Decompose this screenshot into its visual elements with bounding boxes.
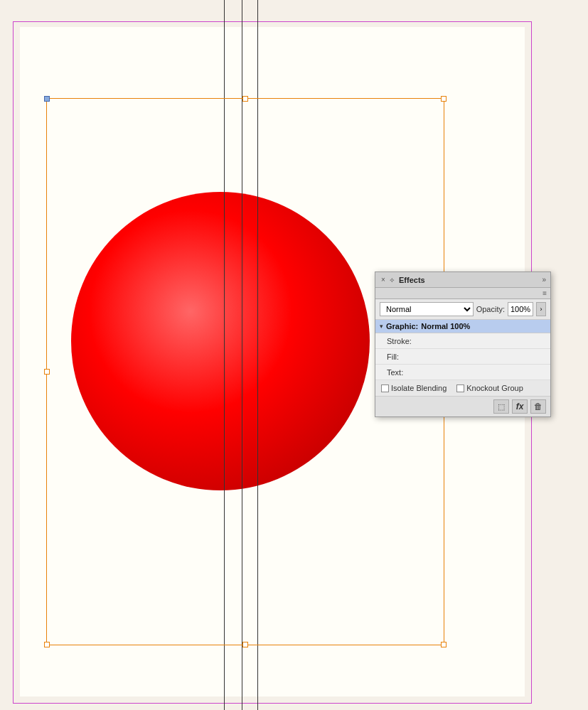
isolate-blending-checkbox[interactable] bbox=[381, 384, 389, 392]
knockout-group-checkbox[interactable] bbox=[456, 384, 464, 392]
effects-panel: × ⟡ Effects » ≡ Normal Multiply Screen O… bbox=[375, 271, 551, 417]
isolate-blending-checkbox-item[interactable]: Isolate Blending bbox=[381, 384, 447, 392]
fx-icon: fx bbox=[516, 402, 524, 412]
canvas-area: × ⟡ Effects » ≡ Normal Multiply Screen O… bbox=[0, 0, 588, 710]
panel-title: Effects bbox=[399, 276, 425, 284]
panel-toolbar: ⬚ fx 🗑 bbox=[375, 397, 550, 416]
panel-menu-row: ≡ bbox=[375, 288, 550, 299]
blend-mode-wrapper: Normal Multiply Screen Overlay bbox=[380, 302, 474, 316]
edit-effects-icon: ⬚ bbox=[498, 402, 505, 412]
blend-opacity-row: Normal Multiply Screen Overlay Opacity: … bbox=[375, 299, 550, 320]
add-effect-button[interactable]: fx bbox=[512, 399, 528, 414]
red-circle bbox=[71, 192, 370, 490]
graphic-chevron-icon: ▾ bbox=[380, 323, 383, 330]
opacity-expand-button[interactable]: › bbox=[536, 302, 546, 316]
blend-mode-select[interactable]: Normal Multiply Screen Overlay bbox=[380, 302, 474, 316]
isolate-blending-label: Isolate Blending bbox=[391, 384, 447, 392]
panel-icon: ⟡ bbox=[390, 276, 395, 284]
graphic-row[interactable]: ▾ Graphic: Normal 100% bbox=[375, 320, 550, 333]
titlebar-left: × ⟡ Effects bbox=[380, 276, 425, 284]
opacity-label: Opacity: bbox=[476, 305, 505, 313]
delete-effect-button[interactable]: 🗑 bbox=[530, 399, 546, 414]
checkbox-row: Isolate Blending Knockout Group bbox=[375, 380, 550, 397]
fill-label: Fill: bbox=[387, 353, 399, 361]
fill-row[interactable]: Fill: bbox=[375, 349, 550, 365]
opacity-value[interactable]: 100% bbox=[508, 302, 533, 316]
stroke-label: Stroke: bbox=[387, 337, 412, 345]
knockout-group-checkbox-item[interactable]: Knockout Group bbox=[456, 384, 523, 392]
panel-collapse-button[interactable]: » bbox=[542, 276, 546, 284]
text-row[interactable]: Text: bbox=[375, 365, 550, 380]
graphic-value: Normal 100% bbox=[421, 322, 470, 330]
text-label: Text: bbox=[387, 368, 403, 377]
panel-titlebar: × ⟡ Effects » bbox=[375, 272, 550, 288]
edit-effects-button[interactable]: ⬚ bbox=[493, 399, 509, 414]
delete-icon: 🗑 bbox=[534, 402, 542, 412]
graphic-label: Graphic: bbox=[386, 322, 418, 330]
knockout-group-label: Knockout Group bbox=[466, 384, 523, 392]
panel-menu-icon[interactable]: ≡ bbox=[542, 289, 547, 297]
panel-close-button[interactable]: × bbox=[380, 276, 387, 284]
stroke-row[interactable]: Stroke: bbox=[375, 333, 550, 349]
